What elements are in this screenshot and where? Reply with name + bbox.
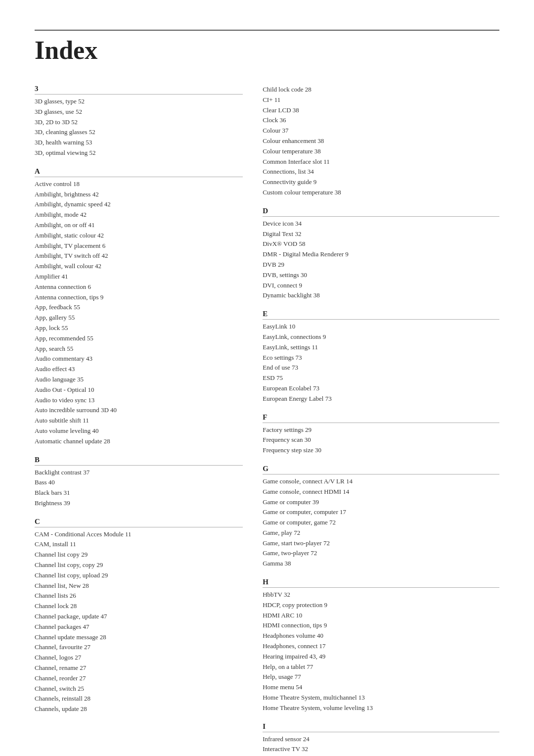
index-entry: Clock 36	[263, 115, 499, 126]
index-entry: Ambilight, mode 42	[35, 210, 243, 220]
index-entry: EasyLink, settings 11	[263, 342, 499, 353]
index-entry: Factory settings 29	[263, 425, 499, 435]
index-entry: Ambilight, static colour 42	[35, 231, 243, 241]
index-section: HHbbTV 32HDCP, copy protection 9HDMI ARC…	[263, 578, 499, 713]
index-section: 33D glasses, type 523D glasses, use 523D…	[35, 85, 243, 158]
index-entry: Antenna connection 6	[35, 282, 243, 292]
section-header: C	[35, 518, 243, 527]
left-column: 33D glasses, type 523D glasses, use 523D…	[35, 85, 258, 756]
index-entry: Brightness 39	[35, 498, 243, 509]
index-entry: EasyLink 10	[263, 322, 499, 332]
index-entry: Audio Out - Optical 10	[35, 385, 243, 395]
section-header: F	[263, 413, 499, 423]
index-entry: End of use 73	[263, 363, 499, 373]
index-entry: Gamma 38	[263, 559, 499, 569]
index-entry: Home Theatre System, multichannel 13	[263, 693, 499, 703]
index-entry: Game or computer, game 72	[263, 518, 499, 528]
index-entry: EasyLink, connections 9	[263, 332, 499, 342]
index-entry: Home menu 54	[263, 682, 499, 693]
index-entry: Automatic channel update 28	[35, 436, 243, 447]
index-entry: Game, play 72	[263, 528, 499, 538]
index-entry: Channel list copy, upload 29	[35, 570, 243, 581]
index-entry: European Ecolabel 73	[263, 383, 499, 394]
index-entry: Game, two-player 72	[263, 548, 499, 559]
index-entry: Channel update message 28	[35, 632, 243, 643]
index-section: EEasyLink 10EasyLink, connections 9EasyL…	[263, 310, 499, 404]
index-entry: Headphones, connect 17	[263, 641, 499, 652]
index-entry: Hearing impaired 43, 49	[263, 652, 499, 662]
index-entry: HDMI connection, tips 9	[263, 620, 499, 631]
index-section: GGame console, connect A/V LR 14Game con…	[263, 465, 499, 569]
section-header: G	[263, 465, 499, 474]
index-entry: Infrared sensor 24	[263, 734, 499, 745]
section-header: A	[35, 167, 243, 177]
index-entry: Interactive TV 32	[263, 744, 499, 755]
index-entry: Audio commentary 43	[35, 354, 243, 364]
index-entry: Backlight contrast 37	[35, 468, 243, 478]
section-header: 3	[35, 85, 243, 94]
index-entry: App, lock 55	[35, 323, 243, 333]
index-entry: 3D, health warning 53	[35, 138, 243, 148]
index-entry: Colour enhancement 38	[263, 136, 499, 146]
index-entry: Black bars 31	[35, 488, 243, 498]
index-entry: Colour temperature 38	[263, 146, 499, 157]
index-entry: Channel lists 26	[35, 591, 243, 601]
section-header: D	[263, 207, 499, 217]
index-entry: Auto volume leveling 40	[35, 426, 243, 436]
index-entry: Ambilight, TV switch off 42	[35, 251, 243, 261]
index-entry: Channel, switch 25	[35, 684, 243, 694]
index-entry: Game or computer, computer 17	[263, 507, 499, 518]
index-entry: Channel, favourite 27	[35, 642, 243, 653]
index-entry: Connectivity guide 9	[263, 177, 499, 188]
index-entry: Device icon 34	[263, 219, 499, 229]
index-entry: Child lock code 28	[263, 85, 499, 95]
index-entry: Game console, connect HDMI 14	[263, 487, 499, 497]
index-entry: CI+ 11	[263, 95, 499, 105]
index-entry: DivX® VOD 58	[263, 239, 499, 249]
index-entry: Game or computer 39	[263, 497, 499, 508]
index-entry: 3D, 2D to 3D 52	[35, 117, 243, 128]
index-entry: Connections, list 34	[263, 167, 499, 177]
index-entry: Channels, update 28	[35, 704, 243, 714]
index-entry: Antenna connection, tips 9	[35, 292, 243, 303]
index-entry: Headphones volume 40	[263, 631, 499, 641]
index-entry: Digital Text 32	[263, 229, 499, 239]
index-section: IInfrared sensor 24Interactive TV 32Inte…	[263, 722, 499, 756]
index-entry: Home Theatre System, volume leveling 13	[263, 703, 499, 713]
index-entry: Frequency step size 30	[263, 445, 499, 456]
index-entry: Amplifier 41	[35, 272, 243, 282]
index-entry: Channel package, update 47	[35, 612, 243, 622]
index-entry: Channel, logos 27	[35, 653, 243, 663]
index-entry: App, gallery 55	[35, 313, 243, 323]
index-entry: Auto incredible surround 3D 40	[35, 405, 243, 416]
index-entry: Help, on a tablet 77	[263, 662, 499, 672]
index-section: AActive control 18Ambilight, brightness …	[35, 167, 243, 447]
index-entry: Channel, reorder 27	[35, 673, 243, 684]
index-entry: Frequency scan 30	[263, 435, 499, 445]
index-entry: DMR - Digital Media Renderer 9	[263, 249, 499, 260]
index-entry: Ambilight, on or off 41	[35, 220, 243, 231]
section-header: B	[35, 456, 243, 466]
index-entry: Dynamic backlight 38	[263, 290, 499, 301]
index-entry: Game console, connect A/V LR 14	[263, 476, 499, 487]
index-entry: HbbTV 32	[263, 590, 499, 600]
index-entry: 3D, cleaning glasses 52	[35, 127, 243, 138]
index-entry: Auto subtitle shift 11	[35, 416, 243, 426]
index-entry: Active control 18	[35, 179, 243, 189]
index-entry: Game, start two-player 72	[263, 538, 499, 549]
section-header: E	[263, 310, 499, 320]
index-entry: Channel list copy, copy 29	[35, 560, 243, 570]
index-entry: HDCP, copy protection 9	[263, 600, 499, 611]
index-entry: Channels, reinstall 28	[35, 694, 243, 704]
index-entry: ESD 75	[263, 373, 499, 383]
index-entry: Ambilight, brightness 42	[35, 189, 243, 200]
index-entry: CAM, install 11	[35, 539, 243, 550]
right-column: Child lock code 28CI+ 11Clear LCD 38Cloc…	[258, 85, 499, 756]
index-entry: Clear LCD 38	[263, 105, 499, 116]
index-section: FFactory settings 29Frequency scan 30Fre…	[263, 413, 499, 456]
index-entry: App, feedback 55	[35, 302, 243, 313]
index-section: Child lock code 28CI+ 11Clear LCD 38Cloc…	[263, 85, 499, 198]
index-entry: Colour 37	[263, 126, 499, 136]
index-entry: DVB 29	[263, 260, 499, 270]
index-entry: App, recommended 55	[35, 333, 243, 344]
